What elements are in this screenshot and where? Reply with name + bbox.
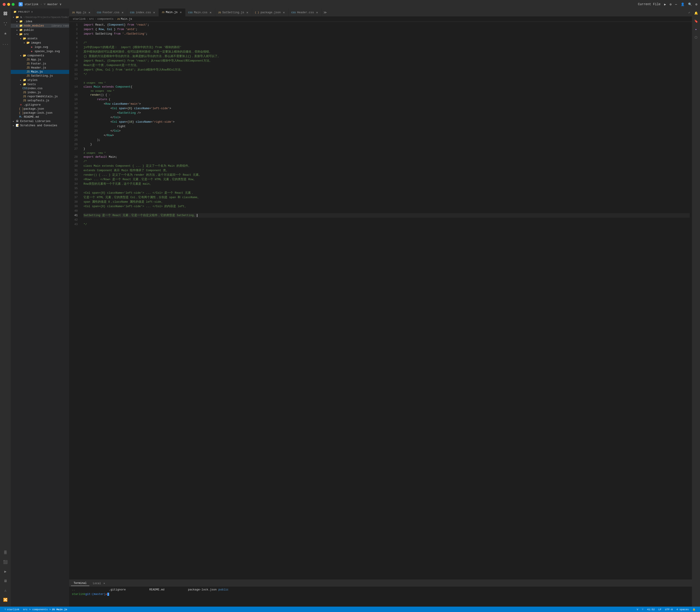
vertical-scrollbar[interactable] bbox=[690, 22, 692, 580]
code-line-12: */ bbox=[84, 72, 690, 76]
tree-item-idea[interactable]: ▸ 📁 .idea bbox=[11, 19, 69, 24]
breadcrumb-components[interactable]: components bbox=[97, 17, 114, 21]
tree-item-satsetting-js[interactable]: ▸ JS SatSetting.js bbox=[11, 74, 69, 78]
tab-header-css[interactable]: CSS Header.css ✕ bbox=[288, 9, 322, 16]
code-editor[interactable]: import React, {Component} from 'react'; … bbox=[80, 22, 690, 580]
breadcrumb-main-js[interactable]: Main.js bbox=[121, 17, 132, 21]
code-line-28: export default Main; bbox=[84, 155, 690, 159]
tree-item-setuptests[interactable]: ▸ JS setupTests.js bbox=[11, 99, 69, 103]
tree-item-components[interactable]: ▾ 📂 components bbox=[11, 54, 69, 58]
tab-footer-css[interactable]: CSS Footer.css ✕ bbox=[94, 9, 127, 16]
search-icon[interactable]: 🔍 bbox=[688, 2, 692, 6]
breadcrumb-src[interactable]: src bbox=[89, 17, 94, 21]
more-icon[interactable]: ⋯ bbox=[675, 2, 677, 6]
database-icon[interactable]: 🗄 bbox=[2, 550, 9, 556]
tab-main-js[interactable]: JS Main.js ✕ bbox=[159, 9, 185, 16]
app-name[interactable]: starlink bbox=[25, 3, 38, 6]
tree-item-external-libs[interactable]: ▸ 🏛 External Libraries bbox=[11, 119, 69, 123]
code-line-4 bbox=[84, 36, 690, 41]
debug-icon[interactable]: ⚙ bbox=[670, 2, 671, 6]
more-tools-icon[interactable]: ··· bbox=[2, 41, 9, 47]
code-line-15: render() { ⚡ bbox=[84, 93, 690, 97]
tree-item-logo-svg[interactable]: ▸ ◈ logo.svg bbox=[11, 45, 69, 49]
bottom-panel: Terminal Local ✕ .. .gitignore README.md… bbox=[69, 580, 692, 607]
code-line-37: 它是一个 HTML 元素，它的类型是 Col，它有两个属性，分别是 span 和… bbox=[84, 195, 690, 200]
tree-item-package-json[interactable]: ▸ { } package.json bbox=[11, 107, 69, 111]
bookmarks-icon[interactable]: 🔖 bbox=[693, 18, 699, 24]
tree-item-images[interactable]: ▾ 📂 images bbox=[11, 41, 69, 45]
tree-item-node-modules[interactable]: ▸ 📁 node_modules library root bbox=[11, 24, 69, 28]
sidebar-header[interactable]: 📁 Project ∨ bbox=[11, 9, 69, 15]
tab-main-css[interactable]: CSS Main.css ✕ bbox=[185, 9, 215, 16]
tree-item-tests[interactable]: ▸ 📁 tests bbox=[11, 82, 69, 86]
traffic-lights bbox=[3, 3, 15, 6]
ai-assistant-icon[interactable]: ✦ bbox=[693, 27, 699, 32]
main-layout: ··· 🗄 ⬛ ▶ 🖥 ⚠ 🔀 📁 Project ∨ ▾ 📂 starlink… bbox=[0, 9, 700, 607]
status-encoding[interactable]: UTF-8 bbox=[663, 608, 675, 611]
code-line-39: <Col span={8} className='left-side'> ...… bbox=[84, 204, 690, 209]
status-line-ending[interactable]: LF bbox=[656, 608, 663, 611]
terminal-icon[interactable]: ⬛ bbox=[2, 559, 9, 565]
status-path[interactable]: src > components > JS Main.js bbox=[21, 608, 69, 611]
tree-item-package-lock-json[interactable]: ▸ { } package-lock.json bbox=[11, 111, 69, 115]
tab-index-css[interactable]: CSS index.css ✕ bbox=[127, 9, 159, 16]
tree-item-spacex-logo-svg[interactable]: ▸ ◈ spacex_logo.svg bbox=[11, 49, 69, 54]
tree-item-scratches[interactable]: ▸ 📝 Scratches and Consoles bbox=[11, 123, 69, 128]
run-debug-icon[interactable]: ▶ bbox=[2, 568, 9, 575]
scratches-label: Scratches and Consoles bbox=[19, 124, 69, 127]
maximize-button[interactable] bbox=[12, 3, 15, 6]
user-icon[interactable]: 👤 bbox=[681, 2, 685, 6]
copilot-icon[interactable]: ⬡ bbox=[693, 34, 699, 40]
tree-item-src[interactable]: ▾ 📂 src bbox=[11, 32, 69, 37]
code-line-34: Row类型的元素有一个子元素，这个子元素是 main。 bbox=[84, 182, 690, 186]
minimize-button[interactable] bbox=[7, 3, 10, 6]
status-branch[interactable]: ⑂ starlink bbox=[3, 608, 21, 611]
terminal-tab[interactable]: Terminal bbox=[71, 581, 89, 586]
tree-item-starlink[interactable]: ▾ 📂 starlink ~/Desktop/Projects/SpaceX/C… bbox=[11, 15, 69, 19]
code-line-7: 其中模块的路径可以是相对路径，也可以是绝对路径，但是一定要加上模块的后缀名，否则… bbox=[84, 50, 690, 54]
code-line-32: render() { ... } 定义了一个名为 render 的方法，这个方法… bbox=[84, 173, 690, 177]
tree-item-reportwebvitals[interactable]: ▸ JS reportWebVitals.js bbox=[11, 95, 69, 99]
explorer-icon[interactable] bbox=[2, 10, 9, 17]
status-file-type-icon: V bbox=[635, 608, 640, 611]
extensions-icon[interactable] bbox=[2, 31, 9, 37]
tree-item-main-js[interactable]: ▸ JS Main.js bbox=[11, 70, 69, 74]
vcs-icon[interactable]: 🔀 bbox=[2, 597, 9, 603]
tab-package-json[interactable]: { } package.json ✕ bbox=[252, 9, 289, 16]
tree-item-assets[interactable]: ▾ 📂 assets bbox=[11, 37, 69, 41]
local-tab[interactable]: Local ✕ bbox=[90, 581, 108, 586]
tree-item-index-css[interactable]: ▸ CSS index.css bbox=[11, 86, 69, 91]
tree-item-index-js[interactable]: ▸ JS index.js bbox=[11, 91, 69, 95]
tree-item-app-js[interactable]: ▸ JS App.js bbox=[11, 58, 69, 62]
tab-satsetting-js[interactable]: JS SatSetting.js ✕ bbox=[215, 9, 252, 16]
file-tree: ▾ 📂 starlink ~/Desktop/Projects/SpaceX/C… bbox=[11, 15, 69, 607]
tab-app-js[interactable]: JS App.js ✕ bbox=[69, 9, 94, 16]
status-lock-icon: 🔒 bbox=[690, 608, 697, 611]
breadcrumb-starlink[interactable]: starlink bbox=[73, 17, 86, 21]
run-icon[interactable]: ▶ bbox=[664, 2, 666, 6]
remote-icon[interactable]: 🖥 bbox=[2, 578, 9, 584]
problems-icon[interactable]: ⚠ bbox=[2, 587, 9, 594]
code-meta-usages-1: 3 usages new * bbox=[84, 81, 690, 85]
tree-item-footer-js[interactable]: ▸ JS Footer.js bbox=[11, 62, 69, 66]
right-panel: 🔔 🔖 ✦ ⬡ bbox=[692, 9, 700, 607]
terminal-line-2[interactable]: starlink git:(master) ✗ bbox=[72, 592, 689, 597]
tree-item-styles[interactable]: ▸ 📁 styles bbox=[11, 78, 69, 82]
status-indentation[interactable]: 4 spaces bbox=[675, 608, 690, 611]
tab-checkmark-icon[interactable]: ✓ bbox=[688, 11, 692, 14]
status-position[interactable]: 41:52 bbox=[645, 608, 657, 611]
code-line-10: React是一个类，Component是一个方法。 bbox=[84, 63, 690, 68]
tree-item-public[interactable]: ▸ 📁 public bbox=[11, 28, 69, 32]
tab-overflow-icon[interactable]: ≫ bbox=[322, 11, 329, 14]
close-button[interactable] bbox=[3, 3, 5, 6]
tree-item-header-js[interactable]: ▸ JS Header.js bbox=[11, 66, 69, 70]
tree-item-readme[interactable]: ▸ M↓ README.md bbox=[11, 115, 69, 119]
branch-name[interactable]: ⑂ master ∨ bbox=[44, 2, 61, 6]
git-icon[interactable] bbox=[2, 21, 9, 27]
notifications-icon[interactable]: 🔔 bbox=[693, 10, 699, 16]
settings-icon[interactable]: ⚙ bbox=[696, 2, 697, 6]
code-line-33: <Row> ... </Row> 是一个 React 元素，它是一个 HTML … bbox=[84, 177, 690, 182]
code-line-23: </Col> bbox=[84, 129, 690, 133]
tree-item-gitignore[interactable]: ▸ ⊘ .gitignore bbox=[11, 103, 69, 107]
terminal-content: .. .gitignore README.md package-lock.jso… bbox=[69, 587, 692, 607]
